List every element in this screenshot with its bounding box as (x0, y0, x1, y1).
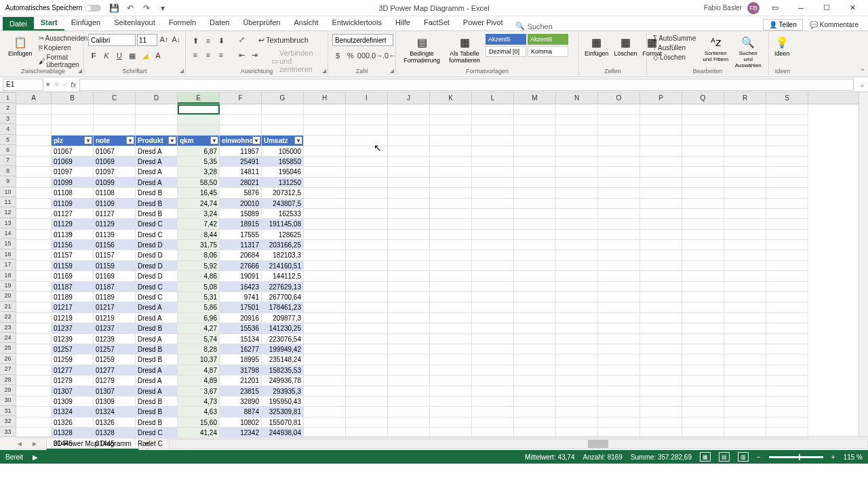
cell-B19[interactable]: 01189 (52, 292, 94, 302)
cell-A19[interactable] (16, 292, 52, 302)
cell-C32[interactable]: 01328 (94, 428, 136, 438)
cell-L6[interactable] (472, 157, 514, 167)
row-header-5[interactable]: 5 (0, 135, 16, 145)
cell-Q31[interactable] (682, 418, 724, 428)
cell-O2[interactable] (598, 115, 640, 125)
cell-K17[interactable] (430, 271, 472, 281)
cell-M31[interactable] (514, 418, 556, 428)
underline-icon[interactable]: U (114, 50, 125, 61)
cell-J1[interactable] (388, 104, 430, 115)
cell-Q15[interactable] (682, 250, 724, 260)
cell-G8[interactable]: 131250 (262, 178, 304, 188)
cell-O1[interactable] (598, 104, 640, 115)
filter-icon[interactable]: ▾ (252, 136, 260, 144)
cell-K1[interactable] (430, 104, 472, 115)
cell-P19[interactable] (640, 292, 682, 302)
cell-D11[interactable]: Dresd B (136, 209, 178, 219)
cell-E25[interactable]: 10,37 (178, 354, 220, 365)
autosave-toggle[interactable]: Automatisches Speichern (5, 4, 101, 12)
cell-F18[interactable]: 16423 (220, 282, 262, 292)
ideas-button[interactable]: 💡Ideen (773, 34, 791, 58)
cell-H22[interactable] (304, 323, 346, 333)
cell-B33[interactable]: 01445 (52, 439, 94, 449)
cell-A2[interactable] (16, 115, 52, 125)
cell-R23[interactable] (724, 334, 766, 344)
cell-F13[interactable]: 17555 (220, 230, 262, 240)
cell-E11[interactable]: 3,24 (178, 209, 220, 219)
cell-I10[interactable] (346, 199, 388, 209)
share-button[interactable]: 👤Teilen (763, 19, 803, 30)
cell-B8[interactable]: 01099 (52, 178, 94, 188)
row-header-23[interactable]: 23 (0, 323, 16, 333)
cell-A8[interactable] (16, 178, 52, 188)
row-header-12[interactable]: 12 (0, 207, 16, 218)
cell-F32[interactable]: 12342 (220, 428, 262, 438)
cell-N8[interactable] (556, 178, 598, 188)
cell-F17[interactable]: 19091 (220, 271, 262, 281)
cell-J13[interactable] (388, 230, 430, 240)
cell-N22[interactable] (556, 323, 598, 333)
cell-E26[interactable]: 4,87 (178, 365, 220, 375)
cell-N30[interactable] (556, 407, 598, 417)
cell-G2[interactable] (262, 115, 304, 125)
cell-G4[interactable]: Umsatz▾ (262, 136, 304, 146)
cell-G1[interactable] (262, 104, 304, 115)
cell-I14[interactable] (346, 240, 388, 250)
cell-F15[interactable]: 20684 (220, 250, 262, 260)
cell-M5[interactable] (514, 146, 556, 157)
cell-R29[interactable] (724, 396, 766, 407)
filter-icon[interactable]: ▾ (294, 136, 302, 144)
cell-H31[interactable] (304, 418, 346, 428)
cell-J18[interactable] (388, 282, 430, 292)
cell-G16[interactable]: 214160,51 (262, 261, 304, 271)
cell-S6[interactable] (766, 157, 808, 167)
cell-B10[interactable]: 01109 (52, 199, 94, 209)
cell-L24[interactable] (472, 344, 514, 354)
row-header-2[interactable]: 2 (0, 103, 16, 113)
cell-P14[interactable] (640, 240, 682, 250)
row-header-18[interactable]: 18 (0, 270, 16, 281)
cell-P24[interactable] (640, 344, 682, 354)
cell-O25[interactable] (598, 354, 640, 365)
cell-M24[interactable] (514, 344, 556, 354)
scroll-thumb[interactable] (588, 440, 608, 448)
cell-N16[interactable] (556, 261, 598, 271)
cell-R2[interactable] (724, 115, 766, 125)
cell-B21[interactable]: 01219 (52, 313, 94, 323)
cell-D10[interactable]: Dresd B (136, 199, 178, 209)
cell-C3[interactable] (94, 125, 136, 136)
cell-C15[interactable]: 01157 (94, 250, 136, 260)
cell-F31[interactable]: 10802 (220, 418, 262, 428)
cell-M1[interactable] (514, 104, 556, 115)
cell-R5[interactable] (724, 146, 766, 157)
cell-A1[interactable] (16, 104, 52, 115)
cell-C9[interactable]: 01108 (94, 188, 136, 198)
cell-K15[interactable] (430, 250, 472, 260)
cell-J9[interactable] (388, 188, 430, 198)
cell-D7[interactable]: Dresd A (136, 167, 178, 177)
cell-style-dezimal[interactable]: Dezimal [0] (486, 46, 526, 57)
cell-F2[interactable] (220, 115, 262, 125)
cell-S3[interactable] (766, 125, 808, 136)
row-header-8[interactable]: 8 (0, 166, 16, 176)
cell-O24[interactable] (598, 344, 640, 354)
cell-R3[interactable] (724, 125, 766, 136)
cell-A14[interactable] (16, 240, 52, 250)
cell-L8[interactable] (472, 178, 514, 188)
comma-icon[interactable]: 000 (358, 50, 369, 61)
cell-S17[interactable] (766, 271, 808, 281)
filter-icon[interactable]: ▾ (84, 136, 92, 144)
cell-J12[interactable] (388, 219, 430, 229)
row-header-13[interactable]: 13 (0, 218, 16, 228)
cell-D25[interactable]: Dresd B (136, 354, 178, 365)
cell-K23[interactable] (430, 334, 472, 344)
cell-H23[interactable] (304, 334, 346, 344)
cell-M23[interactable] (514, 334, 556, 344)
font-color-icon[interactable]: A (153, 50, 163, 61)
row-header-1[interactable]: 1 (0, 93, 16, 103)
cell-B12[interactable]: 01129 (52, 219, 94, 229)
cell-G7[interactable]: 195046 (262, 167, 304, 177)
column-header-K[interactable]: K (430, 92, 472, 104)
format-as-table-button[interactable]: ▦Als Tabelle formatieren (446, 34, 483, 65)
cell-Q11[interactable] (682, 209, 724, 219)
